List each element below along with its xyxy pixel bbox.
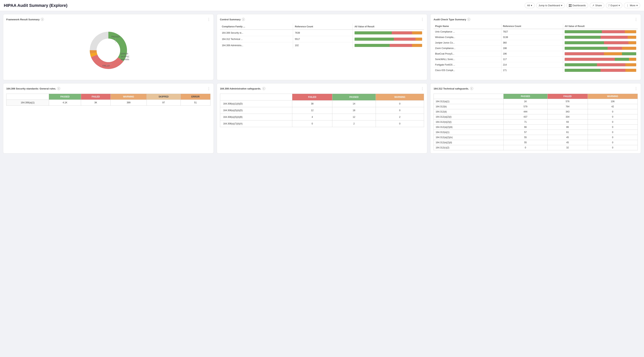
security-standards-more-icon[interactable]: ⋮	[207, 87, 210, 91]
audit-check-table: Plugin Name Reference Count All Value of…	[434, 24, 638, 73]
table-row: Cisco IOS Compli... 171	[434, 68, 638, 73]
passed-val: 55	[504, 140, 548, 145]
row-label: 164.312(a)(2)(iv)	[434, 135, 504, 140]
ref-count: 117	[501, 57, 563, 62]
dashboard-grid: Framework Result Summary i ⋮	[0, 11, 644, 157]
admin-safeguards-more-icon[interactable]: ⋮	[420, 87, 424, 91]
row-label: 164.312(b)	[434, 104, 504, 109]
svg-text:SKIPPED: SKIPPED	[121, 56, 129, 58]
plugin-name: Cisco IOS Compli...	[434, 68, 501, 73]
failed-val: 764	[548, 104, 588, 109]
col-312-warning: WARNING	[588, 94, 638, 99]
ref-count: 196	[501, 51, 563, 57]
more-label: More	[630, 4, 636, 7]
result-bar	[563, 51, 638, 57]
result-bar	[352, 42, 424, 49]
plugin-name: Unix Compliance ...	[434, 29, 501, 35]
security-row-label: 164.306(a)(1)	[6, 100, 49, 106]
family-name: 164.306 Security st...	[220, 30, 293, 36]
control-summary-header: Control Summary i ⋮	[220, 17, 424, 22]
page-title: HIPAA Audit Summary (Explore)	[4, 3, 68, 8]
table-row: 164.308(a)(7)(ii)(A) 0 2 0	[220, 120, 424, 127]
plugin-name: Windows Complia...	[434, 35, 501, 40]
row-label: 164.312(c)(2)	[434, 145, 504, 150]
result-bar	[563, 35, 638, 40]
result-bar	[352, 30, 424, 36]
export-label: Export	[610, 4, 618, 7]
table-row: 164.308(a)(1)(ii)(D) 38 14 0	[220, 101, 424, 107]
passed-val: 57	[504, 130, 548, 135]
technical-safeguards-table: PASSED FAILED WARNING 164.312(a)(1) 1K 5…	[434, 94, 638, 150]
col-passed: PASSED	[49, 94, 81, 100]
warning-val: 0	[588, 140, 638, 145]
warning-val: 0	[588, 135, 638, 140]
share-label: Share	[595, 4, 602, 7]
table-row: 164.308 Administra... 102	[220, 42, 424, 49]
header-controls: All ▾ Jump to Dashboard ▾ Dashboards ↗ S…	[524, 3, 640, 8]
security-standards-info-icon[interactable]: i	[57, 87, 60, 90]
control-summary-table: Compliance Family ... Reference Count Al…	[220, 24, 424, 49]
share-button[interactable]: ↗ Share	[590, 3, 604, 8]
filter-all-button[interactable]: All ▾	[524, 3, 534, 8]
warning-val: 0	[376, 101, 424, 107]
table-row: BlueCoat ProxyS... 196	[434, 51, 638, 57]
passed-val: 66	[504, 125, 548, 130]
passed-val: 12	[332, 114, 376, 120]
framework-info-icon[interactable]: i	[41, 18, 44, 21]
framework-more-icon[interactable]: ⋮	[207, 17, 210, 22]
result-bar	[563, 46, 638, 51]
export-icon: ⤴	[608, 4, 610, 7]
audit-check-more-icon[interactable]: ⋮	[634, 17, 638, 22]
passed-val: 55	[504, 135, 548, 140]
svg-text:FAILED: FAILED	[102, 65, 110, 67]
ref-count: 7927	[501, 29, 563, 35]
control-summary-card: Control Summary i ⋮ Compliance Family ..…	[217, 14, 428, 80]
warning-val: 0	[588, 120, 638, 125]
control-summary-more-icon[interactable]: ⋮	[420, 17, 424, 22]
security-error-val: 51	[180, 100, 210, 106]
donut-chart-container: PASSED ERROR SKIPPED WARNING FAILED	[6, 24, 210, 77]
col-all-value-result: All Value of Result	[352, 24, 424, 30]
audit-check-card: Audit Check Type Summary i ⋮ Plugin Name…	[430, 14, 641, 80]
result-bar	[563, 40, 638, 46]
export-button[interactable]: ⤴ Export ▾	[606, 3, 622, 8]
row-label: 164.312(e)(2)(ii)	[434, 140, 504, 145]
passed-val: 14	[332, 101, 376, 107]
jump-to-dashboard-button[interactable]: Jump to Dashboard ▾	[536, 3, 565, 8]
warning-val: 0	[588, 125, 638, 130]
technical-safeguards-more-icon[interactable]: ⋮	[634, 87, 638, 91]
technical-safeguards-info-icon[interactable]: i	[470, 87, 473, 90]
failed-val: 576	[548, 99, 588, 104]
chevron-down-icon-3: ▾	[618, 4, 620, 7]
table-row: Unix Compliance ... 7927	[434, 29, 638, 35]
failed-val: 38	[292, 101, 332, 107]
warning-val: 0	[588, 145, 638, 150]
result-bar	[563, 62, 638, 68]
audit-col-result: All Value of Result	[563, 24, 638, 29]
audit-check-title: Audit Check Type Summary i	[434, 18, 470, 21]
admin-safeguards-info-icon[interactable]: i	[262, 87, 265, 90]
audit-check-scroll[interactable]: Plugin Name Reference Count All Value of…	[434, 24, 638, 73]
control-summary-info-icon[interactable]: i	[242, 18, 245, 21]
passed-val: 437	[504, 114, 548, 120]
table-row: 164.312(a)(2)(iv) 55 45 0	[434, 135, 638, 140]
security-passed-val: 4.1K	[49, 100, 81, 106]
more-button[interactable]: ⋮ More ▾	[624, 3, 640, 8]
col-308-label	[220, 94, 292, 101]
admin-safeguards-table: FAILED PASSED WARNING 164.308(a)(1)(ii)(…	[220, 94, 424, 127]
col-308-failed: FAILED	[292, 94, 332, 101]
ref-count: 198	[501, 46, 563, 51]
share-icon: ↗	[592, 4, 594, 7]
failed-val: 45	[548, 140, 588, 145]
dashboards-button[interactable]: Dashboards	[566, 3, 588, 8]
failed-val: 4	[292, 114, 332, 120]
col-312-failed: FAILED	[548, 94, 588, 99]
framework-card-title: Framework Result Summary i	[6, 18, 44, 21]
plugin-name: Juniper Junos Co...	[434, 40, 501, 46]
audit-check-title-text: Audit Check Type Summary	[434, 18, 466, 21]
table-row: Zoom Compliance... 198	[434, 46, 638, 51]
passed-val: 0	[504, 145, 548, 150]
chevron-down-icon-2: ▾	[561, 4, 562, 7]
audit-check-info-icon[interactable]: i	[467, 18, 470, 21]
plugin-name: SonicWALL Sonic...	[434, 57, 501, 62]
